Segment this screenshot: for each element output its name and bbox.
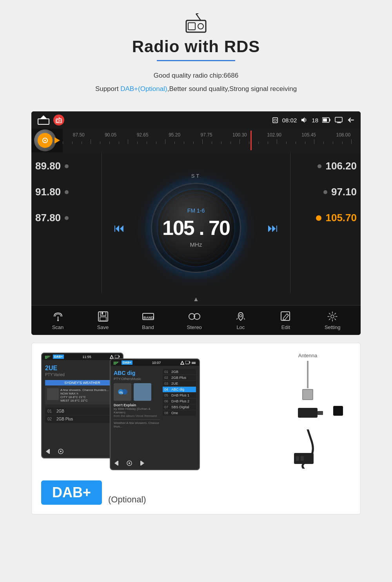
save-icon — [97, 310, 109, 323]
dab-section: DAB+ 11:55 2UE PTY:Varied SYDNEY'S WEATH… — [31, 343, 361, 515]
next-button[interactable]: ⏭ — [267, 221, 278, 234]
phone2-time: 10:07 — [152, 361, 161, 365]
save-label: Save — [97, 324, 109, 330]
status-bar: 08:02 18 — [31, 111, 361, 129]
toolbar-scan[interactable]: Scan — [52, 310, 64, 330]
tuner-dial[interactable]: FM 1-6 105 . 70 MHz — [151, 183, 241, 273]
svg-rect-50 — [118, 362, 119, 362]
phone2-station: ABC dig — [114, 370, 160, 376]
phone1-controls — [45, 448, 65, 455]
svg-rect-14 — [330, 119, 330, 121]
bottom-toolbar: Scan Save BAND Band Stereo — [31, 305, 361, 335]
phone2-content: ABC dig PTY:OthersMusic dfg Don't Explai… — [111, 366, 199, 431]
center-display: ST ⏮ FM 1-6 105 . 70 MHz ⏭ — [102, 152, 290, 293]
svg-rect-36 — [47, 356, 48, 358]
freq-bar: 87.50 90.05 92.65 95.20 97.75 100.30 102… — [31, 129, 361, 152]
band-label: Band — [142, 324, 154, 330]
status-time: 08:02 — [282, 117, 297, 124]
preset-item[interactable]: 87.80 — [35, 212, 98, 224]
station-label: FM 1-6 — [187, 207, 205, 214]
svg-point-62 — [129, 462, 130, 464]
phone2-channel-list: 012GB 022GB Plus 032UE 04ABC dig — [163, 369, 196, 428]
svg-rect-24 — [100, 317, 106, 321]
edit-icon — [279, 310, 292, 323]
svg-rect-9 — [273, 118, 278, 123]
freq-track: 87.50 90.05 92.65 95.20 97.75 100.30 102… — [31, 129, 361, 152]
svg-point-45 — [60, 451, 62, 452]
svg-rect-48 — [116, 362, 117, 364]
home-icon[interactable] — [38, 115, 49, 125]
cable-area — [284, 429, 331, 470]
svg-rect-54 — [192, 362, 196, 363]
svg-rect-0 — [186, 20, 206, 32]
preset-item[interactable]: 91.80 — [35, 186, 98, 198]
preset-item-right[interactable]: 106.20 — [318, 160, 357, 172]
radio-icon — [184, 12, 208, 33]
subtitle-line2-before: Support — [95, 85, 120, 93]
toolbar-setting[interactable]: Setting — [325, 310, 340, 330]
stereo-icon — [188, 310, 201, 323]
toolbar-save[interactable]: Save — [97, 310, 109, 330]
svg-text:BAND: BAND — [143, 316, 154, 320]
svg-rect-67 — [301, 456, 304, 461]
dab-optional-link[interactable]: DAB+(Optional) — [120, 85, 167, 93]
tuner-knob[interactable] — [34, 129, 56, 151]
svg-point-30 — [240, 315, 242, 317]
svg-point-7 — [59, 120, 61, 122]
phone2-album: from the album Verve Remixed — [114, 414, 160, 418]
svg-rect-15 — [335, 117, 342, 122]
freq-display: 105 . 70 — [162, 216, 230, 240]
page-container: Radio with RDS Good quality radio chip:6… — [0, 0, 392, 522]
subtitle-line1: Good quality radio chip:6686 — [154, 72, 238, 79]
channel-item: 012GB — [45, 407, 120, 415]
svg-point-2 — [198, 24, 203, 29]
phone2-pty: PTY:OthersMusic — [114, 377, 160, 381]
dab-footer: DAB+ (Optional) — [41, 480, 351, 505]
phone-screen-2: DAB+ 10:07 ABC dig PTY:OthersMusic — [110, 358, 200, 470]
svg-rect-34 — [45, 356, 46, 359]
svg-rect-43 — [49, 449, 50, 454]
mhz-label: MHz — [190, 241, 202, 248]
svg-rect-35 — [46, 356, 47, 359]
antenna-area: Antenna — [284, 353, 331, 470]
back-icon[interactable] — [347, 117, 354, 123]
optional-label: (Optional) — [108, 495, 146, 505]
phone2-controls — [114, 460, 145, 466]
preset-item-right[interactable]: 97.10 — [323, 186, 357, 198]
svg-rect-1 — [188, 23, 195, 30]
setting-label: Setting — [325, 324, 340, 330]
preset-item[interactable]: 89.80 — [35, 160, 98, 172]
phone1-time: 11:55 — [82, 355, 91, 359]
preset-item-right-active[interactable]: 105.70 — [316, 212, 357, 224]
svg-rect-38 — [50, 356, 51, 356]
sim-icon — [272, 117, 278, 123]
toolbar-edit[interactable]: Edit — [279, 310, 292, 330]
phone2-artist: by Billie Holiday (Dzihan & Kamien) — [114, 407, 160, 414]
toolbar-loc[interactable]: Loc — [234, 310, 247, 330]
toolbar-stereo[interactable]: Stereo — [187, 310, 202, 330]
phone1-dab-badge: DAB+ — [53, 355, 64, 359]
svg-rect-55 — [192, 363, 196, 364]
svg-rect-6 — [57, 120, 59, 122]
antenna-label: Antenna — [284, 353, 331, 358]
status-left — [38, 115, 64, 125]
volume-icon — [301, 117, 308, 123]
phone1-station: 2UE — [45, 365, 120, 372]
svg-rect-41 — [119, 356, 120, 357]
phone1-channel-list: 012GB 022GB Plus — [45, 407, 120, 423]
svg-rect-37 — [49, 356, 49, 357]
freq-numbers: 87.50 90.05 92.65 95.20 97.75 100.30 102… — [63, 131, 361, 138]
dab-plus-button[interactable]: DAB+ — [41, 480, 102, 505]
prev-button[interactable]: ⏮ — [114, 221, 125, 234]
title-underline — [157, 60, 235, 61]
weather-content: A few showers. Chance thunders... NOW MA… — [45, 386, 120, 404]
expand-arrow[interactable]: ▲ — [31, 293, 361, 305]
right-presets: 106.20 97.10 105.70 — [290, 152, 361, 293]
dab-phones-area: DAB+ 11:55 2UE PTY:Varied SYDNEY'S WEATH… — [41, 353, 351, 474]
radio-main: 89.80 91.80 87.80 ST ⏮ — [31, 152, 361, 293]
toolbar-band[interactable]: BAND Band — [142, 310, 154, 330]
svg-marker-39 — [110, 355, 113, 358]
loc-label: Loc — [236, 324, 245, 330]
radio-app-icon[interactable] — [53, 115, 64, 125]
svg-rect-40 — [115, 355, 119, 358]
